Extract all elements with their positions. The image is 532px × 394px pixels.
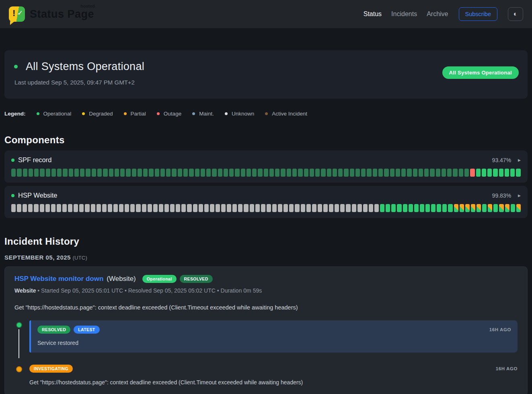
- uptime-bar: [397, 204, 401, 212]
- uptime-bar: [45, 204, 50, 212]
- uptime-bar: [97, 204, 101, 212]
- timeline-dot: [16, 366, 22, 372]
- uptime-bar: [414, 204, 419, 212]
- component-card: HSP Website 99.83% ▶: [4, 186, 528, 218]
- uptime-bar: [482, 204, 487, 212]
- uptime-bar: [80, 169, 84, 177]
- component-header[interactable]: HSP Website 99.83% ▶: [11, 192, 521, 199]
- uptime-bar: [424, 169, 429, 177]
- uptime-bar: [166, 169, 170, 177]
- uptime-bar: [493, 169, 497, 177]
- uptime-bar: [199, 204, 203, 212]
- uptime-bar: [103, 169, 107, 177]
- uptime-bar: [23, 204, 27, 212]
- legend-item-label: Partial: [131, 111, 146, 117]
- components-list: SPF record 93.47% ▶ HSP Website 99.83% ▶: [4, 151, 528, 218]
- timeline-rail: [14, 320, 29, 353]
- uptime-bar: [125, 204, 129, 212]
- uptime-bar: [132, 169, 136, 177]
- component-status-dot: [11, 194, 14, 197]
- uptime-bar: [264, 169, 268, 177]
- uptime-bar: [40, 204, 44, 212]
- uptime-bar: [448, 204, 452, 212]
- uptime-bar: [357, 204, 362, 212]
- main-content: All Systems Operational Last updated Sep…: [0, 50, 532, 394]
- uptime-bar: [386, 204, 390, 212]
- uptime-bar: [304, 169, 308, 177]
- uptime-bar: [206, 169, 211, 177]
- uptime-bar: [63, 169, 67, 177]
- logo-text: hosted Status Page: [30, 8, 94, 21]
- uptime-bar: [374, 204, 379, 212]
- uptime-bar: [120, 169, 125, 177]
- theme-toggle-button[interactable]: ◐: [508, 7, 523, 21]
- expand-arrow-icon[interactable]: ▶: [518, 158, 521, 162]
- uptime-bar: [281, 169, 285, 177]
- uptime-bar: [92, 169, 96, 177]
- uptime-bar: [413, 169, 417, 177]
- legend-item: Degraded: [82, 111, 113, 117]
- uptime-bar: [516, 169, 520, 177]
- uptime-bar: [396, 169, 400, 177]
- timeline-entry: INVESTIGATING 16H AGO Get "https://hoste…: [14, 365, 518, 386]
- overall-status-left: All Systems Operational Last updated Sep…: [14, 60, 144, 89]
- uptime-bar: [241, 169, 245, 177]
- uptime-bar: [258, 169, 262, 177]
- uptime-bar: [34, 169, 39, 177]
- check-icon: ✓: [17, 9, 23, 17]
- legend-item-label: Outage: [164, 111, 181, 117]
- uptime-bar: [329, 204, 333, 212]
- uptime-bar: [340, 204, 345, 212]
- uptime-bar: [201, 169, 205, 177]
- uptime-bar: [323, 204, 328, 212]
- incident-timeline: RESOLVEDLATEST 16H AGO Service restored …: [14, 320, 518, 386]
- incident-card: HSP Website monitor down (Website) Opera…: [4, 266, 528, 394]
- uptime-bar: [482, 169, 486, 177]
- component-header[interactable]: SPF record 93.47% ▶: [11, 156, 521, 164]
- uptime-bar: [338, 169, 343, 177]
- timeline-entry-body: INVESTIGATING 16H AGO Get "https://hoste…: [29, 365, 518, 386]
- status-badge-operational: Operational: [142, 275, 177, 283]
- overall-status-card: All Systems Operational Last updated Sep…: [4, 50, 528, 99]
- status-badge-latest: LATEST: [74, 326, 99, 334]
- incident-title-link[interactable]: HSP Website monitor down: [14, 275, 103, 283]
- uptime-bar: [113, 204, 118, 212]
- legend-item: Unknown: [225, 111, 254, 117]
- uptime-bar: [40, 169, 44, 177]
- uptime-bar: [447, 169, 452, 177]
- uptime-bar: [335, 204, 339, 212]
- nav-item-status[interactable]: Status: [364, 10, 382, 18]
- subscribe-button[interactable]: Subscribe: [459, 7, 497, 21]
- uptime-bar: [143, 169, 148, 177]
- expand-arrow-icon[interactable]: ▶: [518, 194, 521, 198]
- incident-description: Get "https://hostedstatus.page": context…: [14, 304, 518, 311]
- uptime-bar: [352, 204, 356, 212]
- uptime-bar: [344, 169, 348, 177]
- uptime-bar: [378, 169, 383, 177]
- timeline-line: [18, 329, 19, 358]
- uptime-bar: [430, 169, 434, 177]
- uptime-bar: [11, 204, 16, 212]
- uptime-bar: [142, 204, 146, 212]
- uptime-bar: [318, 204, 322, 212]
- uptime-bar: [499, 169, 503, 177]
- uptime-bar: [85, 204, 89, 212]
- uptime-bar: [187, 204, 191, 212]
- uptime-bar: [327, 169, 331, 177]
- uptime-bar: [216, 204, 220, 212]
- uptime-bar: [138, 169, 142, 177]
- uptime-bar: [68, 204, 72, 212]
- legend-status-dot: [157, 112, 160, 115]
- legend-item-label: Active Incident: [272, 111, 307, 117]
- uptime-bar: [232, 204, 237, 212]
- nav-item-incidents[interactable]: Incidents: [391, 10, 417, 18]
- nav-item-archive[interactable]: Archive: [427, 10, 448, 18]
- uptime-bar: [361, 169, 366, 177]
- uptime-bar: [91, 204, 95, 212]
- uptime-bar: [453, 169, 457, 177]
- status-badge-resolved: RESOLVED: [180, 275, 213, 283]
- logo[interactable]: ! ✓ hosted Status Page: [9, 6, 94, 22]
- uptime-bar: [176, 204, 180, 212]
- uptime-bar: [155, 169, 159, 177]
- incident-meta: Website • Started Sep 05, 2025 05:01 UTC…: [14, 287, 518, 294]
